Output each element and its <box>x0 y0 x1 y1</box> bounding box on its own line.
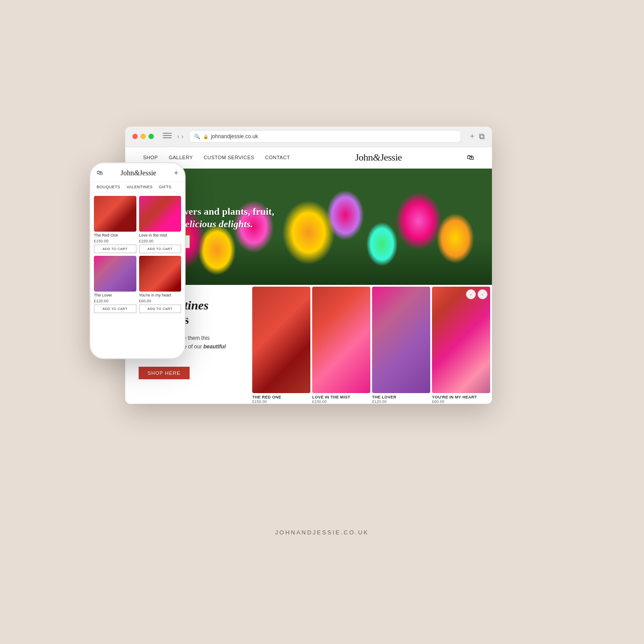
mobile-product-price-1: £150.00 <box>139 239 182 243</box>
lock-icon: 🔒 <box>203 134 208 139</box>
product-image-1[interactable] <box>312 287 370 393</box>
sidebar-toggle-icon[interactable] <box>163 133 172 140</box>
mobile-add-cart-button-3[interactable]: ADD TO CART <box>139 305 182 313</box>
mobile-product-image-3[interactable] <box>139 256 182 292</box>
address-bar[interactable]: 🔍 🔒 johnandjessie.co.uk <box>189 130 461 143</box>
mobile-device: 🛍 John&Jessie + BOUQUETS VALENTINES GIFT… <box>89 162 186 359</box>
mobile-product-card-2: The Lover £120.00 ADD TO CART <box>94 256 136 313</box>
mobile-add-cart-button-0[interactable]: ADD TO CART <box>94 245 136 253</box>
mobile-product-card-3: You're in my heart £60.00 ADD TO CART <box>139 256 182 313</box>
product-price-0: £150.00 <box>252 399 310 404</box>
nav-item-custom-services[interactable]: CUSTOM SERVICES <box>203 155 254 160</box>
mobile-logo: John&Jessie <box>120 169 156 177</box>
product-price-2: £120.00 <box>372 399 430 404</box>
mobile-add-cart-button-2[interactable]: ADD TO CART <box>94 305 136 313</box>
traffic-lights <box>132 134 154 139</box>
products-prev-button[interactable]: ‹ <box>466 289 476 299</box>
site-logo: John&Jessie <box>355 152 402 163</box>
product-thumb-3: YOU'RE IN MY HEART £60.00 <box>432 287 490 404</box>
mobile-product-image-0[interactable] <box>94 196 136 232</box>
site-navigation: SHOP GALLERY CUSTOM SERVICES CONTACT <box>143 155 290 160</box>
back-arrow-icon[interactable]: ‹ <box>177 132 179 140</box>
valentines-shop-button[interactable]: SHOP HERE <box>139 367 190 379</box>
product-name-0: THE RED ONE <box>252 395 310 399</box>
mobile-menu-icon[interactable]: + <box>174 169 178 178</box>
forward-arrow-icon[interactable]: › <box>181 132 183 140</box>
mobile-product-price-2: £120.00 <box>94 299 136 303</box>
mobile-product-price-0: £150.00 <box>94 239 136 243</box>
products-row: ‹ › THE RED ONE £150.00 LOVE IN THE MIST <box>250 285 492 404</box>
product-name-2: THE LOVER <box>372 395 430 399</box>
mobile-navigation: BOUQUETS VALENTINES GIFTS <box>90 182 185 192</box>
mobile-product-name-3: You're in my heart <box>139 293 182 297</box>
product-name-3: YOU'RE IN MY HEART <box>432 395 490 399</box>
mobile-nav-bouquets[interactable]: BOUQUETS <box>97 185 120 189</box>
mobile-product-price-3: £60.00 <box>139 299 182 303</box>
tabs-icon[interactable]: ⧉ <box>479 132 485 141</box>
mobile-product-image-2[interactable] <box>94 256 136 292</box>
mobile-cart-icon[interactable]: 🛍 <box>97 169 103 177</box>
logo-first: John <box>355 152 373 163</box>
products-next-button[interactable]: › <box>478 289 487 299</box>
logo-second: Jessie <box>380 152 402 163</box>
mobile-product-name-0: The Red One <box>94 233 136 237</box>
nav-item-shop[interactable]: SHOP <box>143 155 158 160</box>
maximize-button[interactable] <box>148 134 154 139</box>
header-cart-icon[interactable]: 🛍 <box>467 153 474 161</box>
product-thumbnails: THE RED ONE £150.00 LOVE IN THE MIST £15… <box>250 285 492 404</box>
product-image-3[interactable] <box>432 287 490 393</box>
url-text: johnandjessie.co.uk <box>211 133 258 140</box>
mobile-product-grid: The Red One £150.00 ADD TO CART Love in … <box>90 192 185 317</box>
new-tab-icon[interactable]: + <box>470 132 475 141</box>
close-button[interactable] <box>132 134 138 139</box>
product-thumb-0: THE RED ONE £150.00 <box>252 287 310 404</box>
nav-item-gallery[interactable]: GALLERY <box>169 155 193 160</box>
nav-arrows: ‹ › <box>177 132 184 140</box>
logo-ampersand: & <box>373 152 381 163</box>
product-thumb-1: LOVE IN THE MIST £150.00 <box>312 287 370 404</box>
mobile-add-cart-button-1[interactable]: ADD TO CART <box>139 245 182 253</box>
mobile-logo-ampersand: & <box>134 169 140 177</box>
scene: ‹ › 🔍 🔒 johnandjessie.co.uk + ⧉ SHOP GAL… <box>76 109 568 511</box>
product-thumb-2: THE LOVER £120.00 <box>372 287 430 404</box>
mobile-product-image-1[interactable] <box>139 196 182 232</box>
mobile-nav-valentines[interactable]: VALENTINES <box>127 185 153 189</box>
product-image-0[interactable] <box>252 287 310 393</box>
mobile-product-name-2: The Lover <box>94 293 136 297</box>
bottom-label: JOHNANDJESSIE.CO.UK <box>275 529 369 536</box>
products-nav: ‹ › <box>466 289 487 299</box>
product-price-1: £150.00 <box>312 399 370 404</box>
mobile-logo-second: Jessie <box>140 169 156 177</box>
nav-item-contact[interactable]: CONTACT <box>265 155 290 160</box>
browser-chrome: ‹ › 🔍 🔒 johnandjessie.co.uk + ⧉ <box>125 127 492 147</box>
mobile-logo-first: John <box>120 169 134 177</box>
search-icon: 🔍 <box>194 134 200 140</box>
browser-actions: + ⧉ <box>470 132 485 141</box>
mobile-product-card-1: Love in the mist £150.00 ADD TO CART <box>139 196 182 253</box>
product-price-3: £60.00 <box>432 399 490 404</box>
mobile-nav-gifts[interactable]: GIFTS <box>159 185 171 189</box>
mobile-product-name-1: Love in the mist <box>139 233 182 237</box>
mobile-product-card-0: The Red One £150.00 ADD TO CART <box>94 196 136 253</box>
product-image-2[interactable] <box>372 287 430 393</box>
minimize-button[interactable] <box>140 134 146 139</box>
mobile-header: 🛍 John&Jessie + <box>90 165 185 182</box>
product-name-1: LOVE IN THE MIST <box>312 395 370 399</box>
